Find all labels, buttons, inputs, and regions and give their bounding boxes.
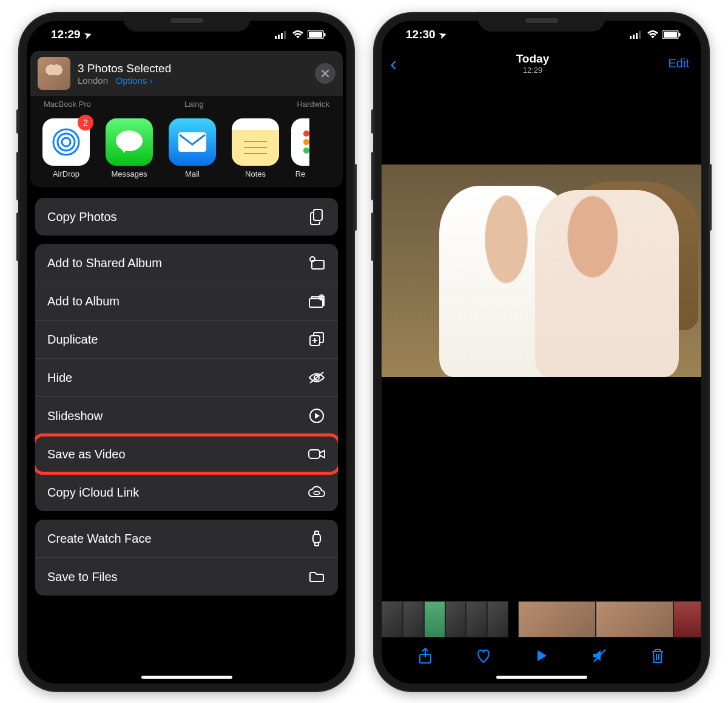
svg-point-28 [314,492,320,495]
share-sheet-header: 3 Photos Selected London Options › [30,51,343,96]
home-indicator[interactable] [141,676,232,679]
svg-rect-29 [313,534,320,543]
share-apps-row[interactable]: 2 AirDrop Messages Mail Notes [30,111,343,187]
airdrop-target[interactable]: Hardwick [297,100,329,109]
video-icon [308,446,326,462]
nav-title: Today [516,52,550,66]
mail-icon [169,118,216,166]
airdrop-target[interactable]: MacBook Pro [44,100,91,109]
mute-button[interactable] [587,644,612,668]
svg-point-15 [303,131,309,137]
svg-point-8 [58,134,75,151]
duplicate-icon [308,331,326,347]
home-indicator[interactable] [496,676,587,679]
svg-rect-33 [633,35,635,39]
signal-icon [275,31,288,39]
app-messages[interactable]: Messages [102,118,157,178]
watch-icon [308,531,326,546]
app-notes[interactable]: Notes [228,118,283,178]
svg-point-10 [116,131,143,151]
notch [123,12,251,32]
action-save-to-files[interactable]: Save to Files [35,558,338,596]
airdrop-targets-row: MacBook Pro Laing Hardwick [30,96,343,111]
svg-rect-11 [178,132,206,152]
svg-rect-37 [664,32,677,38]
airdrop-target[interactable]: Laing [184,100,204,109]
share-title: 3 Photos Selected [78,62,308,75]
options-link[interactable]: Options › [116,75,153,86]
location-arrow-icon: ➤ [437,29,448,40]
svg-rect-38 [679,33,681,36]
shared-album-icon [308,255,326,271]
app-mail[interactable]: Mail [165,118,220,178]
action-hide[interactable]: Hide [35,359,338,397]
svg-rect-2 [281,33,283,39]
action-save-as-video[interactable]: Save as Video [35,435,338,474]
screen-right: 12:30 ➤ ‹ Today 12:29 Edit [382,21,701,684]
notch [478,12,605,32]
play-button[interactable] [529,644,553,668]
svg-rect-0 [275,36,277,39]
svg-rect-27 [309,450,320,458]
notes-icon [232,118,279,166]
action-slideshow[interactable]: Slideshow [35,397,338,435]
photo-nav-bar: ‹ Today 12:29 Edit [382,49,701,80]
share-button[interactable] [413,644,437,668]
trash-button[interactable] [645,644,670,668]
location-arrow-icon: ➤ [83,29,93,40]
svg-point-16 [303,139,309,145]
edit-button[interactable]: Edit [669,56,689,70]
album-add-icon [308,293,326,309]
status-time: 12:30 [406,28,436,41]
favorite-button[interactable] [471,644,496,668]
back-button[interactable]: ‹ [390,57,397,69]
app-reminders[interactable]: Re [291,118,309,178]
svg-rect-6 [324,33,326,36]
badge: 2 [78,115,93,131]
close-button[interactable] [315,63,335,84]
action-add-album[interactable]: Add to Album [35,282,338,321]
photo-toolbar [382,640,701,674]
status-time: 12:29 [51,28,81,41]
svg-rect-31 [315,543,318,546]
phone-left: 12:29 ➤ 3 Photos Selected London [18,12,355,692]
play-circle-icon [308,408,326,424]
action-copy-icloud-link[interactable]: Copy iCloud Link [35,474,338,511]
airdrop-icon: 2 [42,118,90,166]
action-duplicate[interactable]: Duplicate [35,321,338,359]
selection-thumbnail [38,57,70,90]
svg-rect-34 [636,33,638,39]
phone-right: 12:30 ➤ ‹ Today 12:29 Edit [373,12,710,692]
battery-icon [662,30,681,39]
action-list: Copy Photos Add to Shared Album Add to A… [35,198,338,596]
svg-rect-30 [315,531,318,534]
copy-icon [308,209,326,225]
svg-rect-32 [630,36,632,39]
svg-rect-1 [278,35,280,39]
photo-filmstrip[interactable] [382,601,701,637]
app-airdrop[interactable]: 2 AirDrop [39,118,93,178]
folder-icon [308,569,326,585]
hide-icon [308,370,326,385]
nav-subtitle: 12:29 [516,66,550,75]
filmstrip-current[interactable] [518,601,596,637]
action-create-watch-face[interactable]: Create Watch Face [35,520,338,558]
svg-rect-35 [639,31,641,39]
reminders-icon [291,118,309,166]
battery-icon [308,30,326,39]
messages-icon [106,118,153,166]
photo-viewer[interactable] [382,165,701,377]
signal-icon [630,31,643,39]
svg-rect-3 [284,31,286,39]
cloud-link-icon [308,484,326,500]
svg-rect-5 [309,32,322,38]
svg-point-17 [303,148,309,154]
screen-left: 12:29 ➤ 3 Photos Selected London [27,21,346,684]
action-add-shared-album[interactable]: Add to Shared Album [35,244,338,282]
wifi-icon [292,30,304,39]
share-subtitle: London Options › [78,75,308,86]
wifi-icon [647,30,659,39]
action-copy-photos[interactable]: Copy Photos [35,198,338,236]
svg-rect-18 [314,209,322,220]
svg-point-7 [62,138,70,146]
